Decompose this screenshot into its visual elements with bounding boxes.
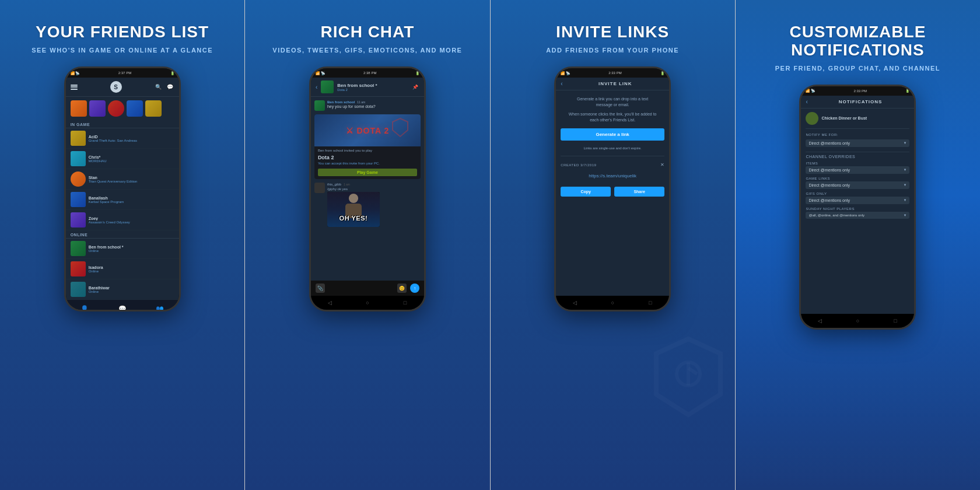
items-select[interactable]: Direct @mentions only ▼ (806, 166, 909, 174)
notif-back-button[interactable]: ‹ (806, 99, 807, 105)
friend-avatar-zoey (71, 212, 86, 228)
avatar-2[interactable] (89, 100, 106, 117)
sunday-value: @all, @online, and @mentions only (808, 214, 864, 217)
gifs-value: Direct @mentions only (808, 198, 850, 202)
attachment-icon[interactable]: 📎 (316, 284, 325, 293)
friend-info-bar: Barathiwar Online (89, 286, 174, 293)
back-button[interactable]: ‹ (316, 84, 317, 90)
nav-recents-4[interactable]: □ (891, 316, 900, 326)
nav-recents-2[interactable]: □ (401, 298, 410, 307)
emoji-icon[interactable]: 😊 (397, 284, 407, 293)
giphy-command: /giphy ok yes (327, 187, 421, 191)
friend-item-zoey[interactable]: Zoey Assassin's Creed Odyssey (66, 210, 179, 230)
invite-body: Generate a link you can drop into a text… (556, 90, 669, 296)
sunday-select[interactable]: @all, @online, and @mentions only ▼ (806, 212, 909, 219)
friend-item-stan[interactable]: Stan Titan Quest Anniversary Edition (66, 169, 179, 190)
invite-separator (561, 156, 664, 156)
android-nav-4: ◁ ○ □ (801, 314, 914, 328)
notify-label: NOTIFY ME FOR: (806, 133, 909, 136)
tab-chat[interactable]: 💬 (117, 303, 128, 310)
chat-icon[interactable]: 💬 (166, 83, 174, 91)
send-icon[interactable]: ↑ (410, 284, 419, 293)
chat-pin-icon[interactable]: 📌 (411, 83, 419, 91)
panel-2-title: RICH CHAT (320, 23, 414, 41)
friend-info-ban: Banallash Kerbal Space Program (89, 196, 174, 204)
direct-mention-arrow: ▼ (903, 141, 907, 145)
avatar-3[interactable] (108, 100, 124, 117)
tab-groups[interactable]: 👥 (154, 303, 166, 310)
avatar-5[interactable] (145, 100, 162, 117)
chat-header-info: Ben from school * Dota 2 (337, 83, 408, 92)
invite-action-btns: Copy Share (561, 187, 664, 197)
panel-2-subtitle: VIDEOS, TWEETS, GIFS, EMOTICONS, AND MOR… (272, 46, 462, 55)
play-button[interactable]: Play Game (318, 169, 417, 176)
avatar-4[interactable] (127, 100, 143, 117)
nav-back-3[interactable]: ◁ (570, 298, 579, 307)
sunday-label: Sunday Night Players (806, 207, 909, 211)
copy-button[interactable]: Copy (561, 187, 611, 197)
status-time-2: 2:38 PM (363, 71, 376, 75)
status-icons-left: 📶 📡 (71, 71, 80, 75)
direct-mention-select[interactable]: Direct @mentions only ▼ (806, 139, 909, 147)
nav-home-3[interactable]: ○ (608, 298, 617, 307)
chat-header-avatar (321, 80, 334, 93)
notifications-screen: 📶 📡 2:33 PM 🔋 ‹ NOTIFICATIONS Chicken Di… (801, 86, 914, 328)
bottom-tabs: 👤 💬 👥 (66, 300, 179, 310)
status-icons-left-4: 📶 📡 (806, 89, 815, 93)
friend-avatar-isa (71, 261, 86, 276)
friend-item-chris[interactable]: Chris* MORDHAU (66, 149, 179, 169)
friend-avatar-bar (71, 282, 86, 297)
invite-close-icon[interactable]: ✕ (660, 162, 664, 167)
game-links-label: Game Links (806, 177, 909, 180)
phone-mockup-1: 📶 📡 2:37 PM 🔋 S 🔍 💬 (64, 66, 181, 312)
invite-back-button[interactable]: ‹ (561, 80, 562, 87)
friend-item-bar[interactable]: Barathiwar Online (66, 279, 179, 300)
phone-mockup-2: 📶 📡 2:38 PM 🔋 ‹ Ben from school * Dota 2… (309, 66, 426, 312)
nav-back-4[interactable]: ◁ (816, 316, 825, 326)
gifs-select[interactable]: Direct @mentions only ▼ (806, 197, 909, 204)
nav-home-2[interactable]: ○ (363, 298, 372, 307)
game-links-select[interactable]: Direct @mentions only ▼ (806, 181, 909, 189)
notif-friend-name: Chicken Dinner or Bust (821, 116, 867, 120)
items-row: Items Direct @mentions only ▼ (806, 162, 909, 174)
nav-back-2[interactable]: ◁ (325, 298, 334, 307)
game-links-value: Direct @mentions only (808, 183, 850, 187)
invite-header: ‹ INVITE LINK (556, 78, 669, 90)
msg-avatar-1 (314, 100, 325, 111)
friend-info-ben: Ben from school * Online (89, 245, 174, 253)
game-invite-title: Dota 2 (314, 155, 421, 162)
nav-recents-3[interactable]: □ (646, 298, 655, 307)
friend-item-acid[interactable]: AciD Grand Theft Auto: San Andreas (66, 128, 179, 149)
friend-status-isa: Online (89, 270, 174, 273)
chat-input-bar: 📎 😊 ↑ (311, 281, 424, 296)
phone-mockup-3: 📶 📡 2:33 PM 🔋 ‹ INVITE LINK Generate a l… (554, 66, 671, 312)
status-battery: 🔋 (170, 71, 174, 75)
invite-desc: Generate a link you can drop into a text… (561, 96, 664, 108)
friend-info-isa: Isadora Online (89, 265, 174, 273)
steam-logo: S (110, 81, 122, 93)
avatar-1[interactable] (71, 100, 87, 117)
friend-status-bar: Online (89, 290, 174, 293)
friend-name-zoey: Zoey (89, 216, 174, 220)
friend-item-ben[interactable]: Ben from school * Online (66, 239, 179, 259)
friend-status-ben: Online (89, 249, 174, 253)
sunday-arrow: ▼ (903, 214, 907, 217)
friend-info-stan: Stan Titan Quest Anniversary Edition (89, 176, 174, 183)
game-invite-card: ⚔ DOTA 2 Ben from school invited you to … (314, 114, 421, 179)
tab-home[interactable]: 👤 (79, 303, 90, 310)
friend-item-isa[interactable]: Isadora Online (66, 259, 179, 279)
phone-mockup-4: 📶 📡 2:33 PM 🔋 ‹ NOTIFICATIONS Chicken Di… (799, 85, 916, 330)
hamburger-icon[interactable] (71, 85, 78, 90)
notif-friend-row: Chicken Dinner or Bust (806, 112, 909, 129)
friend-avatar-acid (71, 131, 86, 146)
gifs-row: GIFs only Direct @mentions only ▼ (806, 192, 909, 204)
game-links-row: Game Links Direct @mentions only ▼ (806, 177, 909, 189)
giphy-message: this_gibb 1 am /giphy ok yes OH YES! (314, 183, 421, 227)
nav-home-4[interactable]: ○ (853, 316, 862, 326)
friend-item-ban[interactable]: Banallash Kerbal Space Program (66, 190, 179, 210)
share-button[interactable]: Share (614, 187, 664, 197)
android-nav-2: ◁ ○ □ (311, 296, 424, 310)
chat-header: ‹ Ben from school * Dota 2 📌 (311, 78, 424, 97)
generate-link-button[interactable]: Generate a link (561, 128, 664, 141)
search-icon[interactable]: 🔍 (155, 83, 163, 91)
